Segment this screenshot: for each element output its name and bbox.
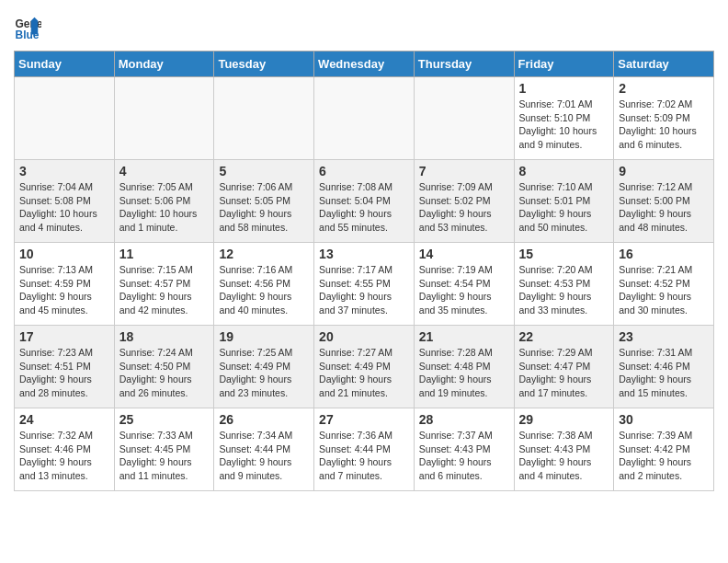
calendar-body: 1Sunrise: 7:01 AM Sunset: 5:10 PM Daylig…	[15, 77, 714, 491]
day-number: 14	[419, 247, 509, 261]
calendar-week-row: 24Sunrise: 7:32 AM Sunset: 4:46 PM Dayli…	[15, 408, 714, 491]
calendar-day-cell: 27Sunrise: 7:36 AM Sunset: 4:44 PM Dayli…	[314, 408, 415, 491]
header-area: General Blue	[14, 14, 714, 41]
day-number: 5	[219, 164, 309, 178]
calendar-day-cell	[114, 77, 214, 160]
day-info: Sunrise: 7:12 AM Sunset: 5:00 PM Dayligh…	[619, 180, 709, 235]
calendar-day-cell: 10Sunrise: 7:13 AM Sunset: 4:59 PM Dayli…	[15, 243, 115, 326]
calendar-day-cell: 6Sunrise: 7:08 AM Sunset: 5:04 PM Daylig…	[314, 160, 415, 243]
calendar-day-cell: 29Sunrise: 7:38 AM Sunset: 4:43 PM Dayli…	[514, 408, 614, 491]
weekday-header-tuesday: Tuesday	[214, 52, 314, 77]
day-info: Sunrise: 7:39 AM Sunset: 4:42 PM Dayligh…	[619, 429, 709, 483]
day-number: 22	[519, 329, 609, 344]
calendar-day-cell: 13Sunrise: 7:17 AM Sunset: 4:55 PM Dayli…	[314, 243, 415, 326]
day-number: 13	[319, 247, 409, 261]
calendar-day-cell: 12Sunrise: 7:16 AM Sunset: 4:56 PM Dayli…	[214, 243, 314, 326]
day-number: 30	[619, 412, 709, 427]
day-number: 28	[419, 412, 509, 427]
day-info: Sunrise: 7:21 AM Sunset: 4:52 PM Dayligh…	[619, 263, 709, 317]
day-info: Sunrise: 7:16 AM Sunset: 4:56 PM Dayligh…	[219, 263, 309, 317]
day-number: 23	[619, 329, 709, 344]
day-info: Sunrise: 7:08 AM Sunset: 5:04 PM Dayligh…	[319, 180, 409, 235]
day-number: 20	[319, 329, 409, 344]
day-info: Sunrise: 7:06 AM Sunset: 5:05 PM Dayligh…	[219, 180, 309, 235]
day-number: 18	[119, 329, 210, 344]
weekday-header-monday: Monday	[114, 52, 214, 77]
day-number: 3	[19, 164, 109, 178]
day-number: 7	[419, 164, 509, 178]
day-info: Sunrise: 7:09 AM Sunset: 5:02 PM Dayligh…	[419, 180, 509, 235]
day-info: Sunrise: 7:32 AM Sunset: 4:46 PM Dayligh…	[19, 429, 109, 483]
calendar-table: SundayMondayTuesdayWednesdayThursdayFrid…	[14, 51, 714, 491]
day-info: Sunrise: 7:17 AM Sunset: 4:55 PM Dayligh…	[319, 263, 409, 317]
day-info: Sunrise: 7:05 AM Sunset: 5:06 PM Dayligh…	[119, 180, 210, 235]
day-number: 16	[619, 247, 709, 261]
weekday-header-wednesday: Wednesday	[314, 52, 415, 77]
day-info: Sunrise: 7:38 AM Sunset: 4:43 PM Dayligh…	[519, 429, 609, 483]
day-number: 11	[119, 247, 210, 261]
day-info: Sunrise: 7:04 AM Sunset: 5:08 PM Dayligh…	[19, 180, 109, 235]
calendar-day-cell	[314, 77, 415, 160]
calendar-day-cell: 5Sunrise: 7:06 AM Sunset: 5:05 PM Daylig…	[214, 160, 314, 243]
day-info: Sunrise: 7:34 AM Sunset: 4:44 PM Dayligh…	[219, 429, 309, 483]
day-number: 12	[219, 247, 309, 261]
day-number: 27	[319, 412, 409, 427]
day-info: Sunrise: 7:01 AM Sunset: 5:10 PM Dayligh…	[519, 98, 609, 152]
day-number: 25	[119, 412, 210, 427]
calendar-day-cell: 18Sunrise: 7:24 AM Sunset: 4:50 PM Dayli…	[114, 326, 214, 408]
calendar-day-cell: 19Sunrise: 7:25 AM Sunset: 4:49 PM Dayli…	[214, 326, 314, 408]
logo-icon: General Blue	[14, 14, 41, 41]
day-number: 24	[19, 412, 109, 427]
day-number: 17	[19, 329, 109, 344]
calendar-day-cell: 30Sunrise: 7:39 AM Sunset: 4:42 PM Dayli…	[614, 408, 714, 491]
calendar-day-cell: 20Sunrise: 7:27 AM Sunset: 4:49 PM Dayli…	[314, 326, 415, 408]
calendar-week-row: 17Sunrise: 7:23 AM Sunset: 4:51 PM Dayli…	[15, 326, 714, 408]
day-info: Sunrise: 7:15 AM Sunset: 4:57 PM Dayligh…	[119, 263, 210, 317]
calendar-day-cell: 1Sunrise: 7:01 AM Sunset: 5:10 PM Daylig…	[514, 77, 614, 160]
weekday-header-friday: Friday	[514, 52, 614, 77]
calendar-day-cell: 25Sunrise: 7:33 AM Sunset: 4:45 PM Dayli…	[114, 408, 214, 491]
day-info: Sunrise: 7:36 AM Sunset: 4:44 PM Dayligh…	[319, 429, 409, 483]
calendar-header: SundayMondayTuesdayWednesdayThursdayFrid…	[15, 52, 714, 77]
calendar-day-cell	[414, 77, 514, 160]
day-info: Sunrise: 7:23 AM Sunset: 4:51 PM Dayligh…	[19, 346, 109, 400]
day-info: Sunrise: 7:29 AM Sunset: 4:47 PM Dayligh…	[519, 346, 609, 400]
day-info: Sunrise: 7:33 AM Sunset: 4:45 PM Dayligh…	[119, 429, 210, 483]
calendar-day-cell: 26Sunrise: 7:34 AM Sunset: 4:44 PM Dayli…	[214, 408, 314, 491]
logo: General Blue	[14, 14, 45, 41]
weekday-header-sunday: Sunday	[15, 52, 115, 77]
calendar-day-cell: 9Sunrise: 7:12 AM Sunset: 5:00 PM Daylig…	[614, 160, 714, 243]
day-info: Sunrise: 7:02 AM Sunset: 5:09 PM Dayligh…	[619, 98, 709, 152]
day-number: 6	[319, 164, 409, 178]
day-number: 19	[219, 329, 309, 344]
day-info: Sunrise: 7:31 AM Sunset: 4:46 PM Dayligh…	[619, 346, 709, 400]
calendar-day-cell: 3Sunrise: 7:04 AM Sunset: 5:08 PM Daylig…	[15, 160, 115, 243]
calendar-day-cell: 17Sunrise: 7:23 AM Sunset: 4:51 PM Dayli…	[15, 326, 115, 408]
calendar-day-cell: 14Sunrise: 7:19 AM Sunset: 4:54 PM Dayli…	[414, 243, 514, 326]
calendar-day-cell	[214, 77, 314, 160]
weekday-header-saturday: Saturday	[614, 52, 714, 77]
calendar-day-cell: 8Sunrise: 7:10 AM Sunset: 5:01 PM Daylig…	[514, 160, 614, 243]
day-info: Sunrise: 7:24 AM Sunset: 4:50 PM Dayligh…	[119, 346, 210, 400]
day-info: Sunrise: 7:10 AM Sunset: 5:01 PM Dayligh…	[519, 180, 609, 235]
day-number: 2	[619, 81, 709, 96]
calendar-day-cell: 15Sunrise: 7:20 AM Sunset: 4:53 PM Dayli…	[514, 243, 614, 326]
day-number: 29	[519, 412, 609, 427]
weekday-header-thursday: Thursday	[414, 52, 514, 77]
calendar-day-cell: 21Sunrise: 7:28 AM Sunset: 4:48 PM Dayli…	[414, 326, 514, 408]
calendar-day-cell: 24Sunrise: 7:32 AM Sunset: 4:46 PM Dayli…	[15, 408, 115, 491]
day-info: Sunrise: 7:19 AM Sunset: 4:54 PM Dayligh…	[419, 263, 509, 317]
day-info: Sunrise: 7:28 AM Sunset: 4:48 PM Dayligh…	[419, 346, 509, 400]
day-number: 10	[19, 247, 109, 261]
calendar-day-cell: 2Sunrise: 7:02 AM Sunset: 5:09 PM Daylig…	[614, 77, 714, 160]
day-info: Sunrise: 7:13 AM Sunset: 4:59 PM Dayligh…	[19, 263, 109, 317]
day-number: 8	[519, 164, 609, 178]
day-number: 4	[119, 164, 210, 178]
day-info: Sunrise: 7:37 AM Sunset: 4:43 PM Dayligh…	[419, 429, 509, 483]
calendar-day-cell: 11Sunrise: 7:15 AM Sunset: 4:57 PM Dayli…	[114, 243, 214, 326]
calendar-week-row: 3Sunrise: 7:04 AM Sunset: 5:08 PM Daylig…	[15, 160, 714, 243]
day-number: 1	[519, 81, 609, 96]
calendar-day-cell: 23Sunrise: 7:31 AM Sunset: 4:46 PM Dayli…	[614, 326, 714, 408]
calendar-day-cell: 28Sunrise: 7:37 AM Sunset: 4:43 PM Dayli…	[414, 408, 514, 491]
calendar-day-cell: 7Sunrise: 7:09 AM Sunset: 5:02 PM Daylig…	[414, 160, 514, 243]
